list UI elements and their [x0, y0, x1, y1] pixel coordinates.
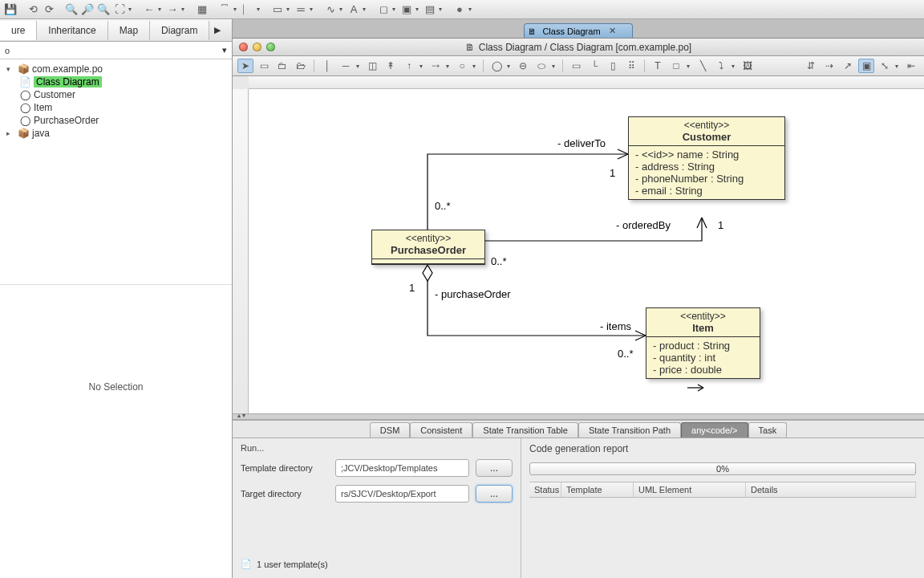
zoom-reset-icon[interactable]: 🔎: [80, 2, 95, 17]
anchor-tool-icon[interactable]: └: [586, 59, 602, 73]
tab-diagram[interactable]: Diagram: [150, 21, 209, 40]
line-style-icon[interactable]: ∿: [323, 2, 338, 17]
align-top-icon[interactable]: ⎴: [217, 2, 232, 17]
minimize-window-icon[interactable]: [253, 43, 261, 51]
col-status: Status: [529, 482, 561, 497]
zoom-in-icon[interactable]: 🔍: [64, 2, 79, 17]
realize-tool-icon[interactable]: ↟: [383, 59, 399, 73]
save-icon[interactable]: 💾: [3, 2, 18, 17]
grid-icon[interactable]: ▦: [195, 2, 209, 17]
dependency-tool-icon[interactable]: │: [319, 59, 335, 73]
tree-package[interactable]: ▾ 📦 com.example.po: [0, 63, 232, 75]
connector-tool-icon[interactable]: ⊖: [515, 59, 531, 73]
rect-tool-icon[interactable]: □: [668, 59, 684, 73]
tab-task[interactable]: Task: [748, 422, 788, 438]
app-toolbar: 💾 ⟲ ⟳ 🔍 🔎 🔍 ⛶▾ ←▾ →▾ ▦ ⎴▾ ⎸▾ ▭▾ ═▾ ∿▾ A▾…: [0, 0, 924, 19]
assoc-tool-icon[interactable]: ─: [338, 59, 354, 73]
report-header: Status Template UML Element Details: [529, 482, 916, 498]
arc-tool-icon[interactable]: ⤵: [713, 59, 729, 73]
tab-consistent[interactable]: Consistent: [410, 422, 472, 438]
view3-icon[interactable]: ↗: [840, 59, 856, 73]
frame-tool-icon[interactable]: ▯: [605, 59, 621, 73]
undo-icon[interactable]: ⟲: [26, 2, 40, 17]
diagram-icon: 📄: [19, 76, 30, 88]
view5-icon[interactable]: ⤡: [877, 59, 893, 73]
tree-diagram[interactable]: 📄 Class Diagram: [0, 75, 232, 88]
tab-map[interactable]: Map: [108, 21, 150, 40]
entity-item[interactable]: <<entity>> Item - product : String - qua…: [646, 307, 760, 379]
view2-icon[interactable]: ⇢: [821, 59, 837, 73]
interface-tool-icon[interactable]: ◫: [364, 59, 380, 73]
note-tool-icon[interactable]: ▭: [568, 59, 584, 73]
view4-icon[interactable]: ▣: [858, 59, 874, 73]
run-title: Run...: [241, 443, 513, 453]
tab-dsm[interactable]: DSM: [370, 422, 410, 438]
tree-class-customer[interactable]: ◯ Customer: [0, 88, 232, 101]
template-dir-input[interactable]: [335, 459, 469, 477]
style2-icon[interactable]: ▣: [399, 2, 414, 17]
forward-icon[interactable]: →: [165, 2, 180, 17]
tab-state-path[interactable]: State Transition Path: [578, 422, 681, 438]
target-dir-input[interactable]: [335, 485, 469, 503]
tab-structure[interactable]: ure: [0, 21, 37, 40]
mult-1: 1: [409, 282, 415, 294]
layout-icon[interactable]: ▭: [270, 2, 285, 17]
expand-icon[interactable]: ▸: [6, 129, 14, 137]
navigator-panel: ure Inheritance Map Diagram ▶ o ▾ ▾ 📦 co…: [0, 19, 233, 578]
window-title-text: Class Diagram / Class Diagram [com.examp…: [479, 42, 691, 53]
text-tool-icon[interactable]: T: [650, 59, 666, 73]
package2-tool-icon[interactable]: 🗁: [293, 59, 309, 73]
no-selection-label: No Selection: [0, 284, 232, 409]
breadcrumb-drop-icon[interactable]: ▾: [222, 45, 227, 55]
tabs-more-icon[interactable]: ▶: [209, 25, 225, 35]
align-left-icon[interactable]: ⎸: [241, 2, 255, 17]
distribute-icon[interactable]: ═: [294, 2, 308, 17]
diagram-canvas[interactable]: <<entity>> Customer - <<id>> name : Stri…: [249, 89, 924, 413]
mult-0star: 0..*: [618, 348, 634, 360]
panel-splitter[interactable]: [233, 413, 924, 420]
redo-icon[interactable]: ⟳: [42, 2, 56, 17]
tree-java[interactable]: ▸ 📦 java: [0, 127, 232, 140]
zoom-out-icon[interactable]: 🔍: [96, 2, 111, 17]
template-dir-label: Template directory: [241, 463, 329, 473]
image-tool-icon[interactable]: 🖼: [740, 59, 756, 73]
line-tool-icon[interactable]: ╲: [695, 59, 711, 73]
class-tool-icon[interactable]: ▭: [256, 59, 272, 73]
font-color-icon[interactable]: A: [346, 2, 361, 17]
canvas-area: <<entity>> Customer - <<id>> name : Stri…: [233, 76, 924, 413]
constraint-tool-icon[interactable]: ⠿: [623, 59, 639, 73]
tab-anycode[interactable]: any<code/>: [681, 422, 748, 438]
editor-tab-bar: 🗎 Class Diagram ✕: [233, 19, 924, 39]
pointer-tool-icon[interactable]: ➤: [237, 59, 253, 73]
port-tool-icon[interactable]: ○: [454, 59, 470, 73]
assoc-orderedby-label: - orderedBy: [616, 219, 671, 231]
tree-class-purchaseorder[interactable]: ◯ PurchaseOrder: [0, 114, 232, 127]
close-window-icon[interactable]: [239, 43, 248, 51]
col-details: Details: [746, 482, 916, 497]
browse-template-button[interactable]: ...: [476, 459, 513, 477]
style3-icon[interactable]: ▤: [423, 2, 437, 17]
view1-icon[interactable]: ⇵: [803, 59, 819, 73]
entity-customer[interactable]: <<entity>> Customer - <<id>> name : Stri…: [628, 116, 785, 200]
zoom-window-icon[interactable]: [266, 43, 275, 51]
state-tool-icon[interactable]: ◯: [488, 59, 505, 73]
tab-inheritance[interactable]: Inheritance: [37, 21, 107, 40]
depend-tool-icon[interactable]: ⤍: [428, 59, 444, 73]
package-tool-icon[interactable]: 🗀: [274, 59, 290, 73]
entity-purchaseorder[interactable]: <<entity>> PurchaseOrder: [371, 230, 485, 265]
fit-drop-icon[interactable]: ▾: [128, 6, 134, 13]
shape-tool-icon[interactable]: ⬭: [533, 59, 549, 73]
back-icon[interactable]: ←: [142, 2, 156, 17]
editor-tab-class-diagram[interactable]: 🗎 Class Diagram ✕: [524, 23, 632, 38]
tab-state-table[interactable]: State Transition Table: [472, 422, 578, 438]
tree-class-item[interactable]: ◯ Item: [0, 101, 232, 114]
generalize-tool-icon[interactable]: ↑: [401, 59, 417, 73]
collapse-icon[interactable]: ▾: [6, 65, 14, 73]
close-tab-icon[interactable]: ✕: [609, 26, 616, 36]
style1-icon[interactable]: ◻: [376, 2, 391, 17]
svg-marker-0: [423, 265, 432, 281]
fill-icon[interactable]: ●: [452, 2, 467, 17]
browse-target-button[interactable]: ...: [476, 485, 513, 503]
fit-icon[interactable]: ⛶: [112, 2, 127, 17]
view6-icon[interactable]: ⇤: [903, 59, 919, 73]
